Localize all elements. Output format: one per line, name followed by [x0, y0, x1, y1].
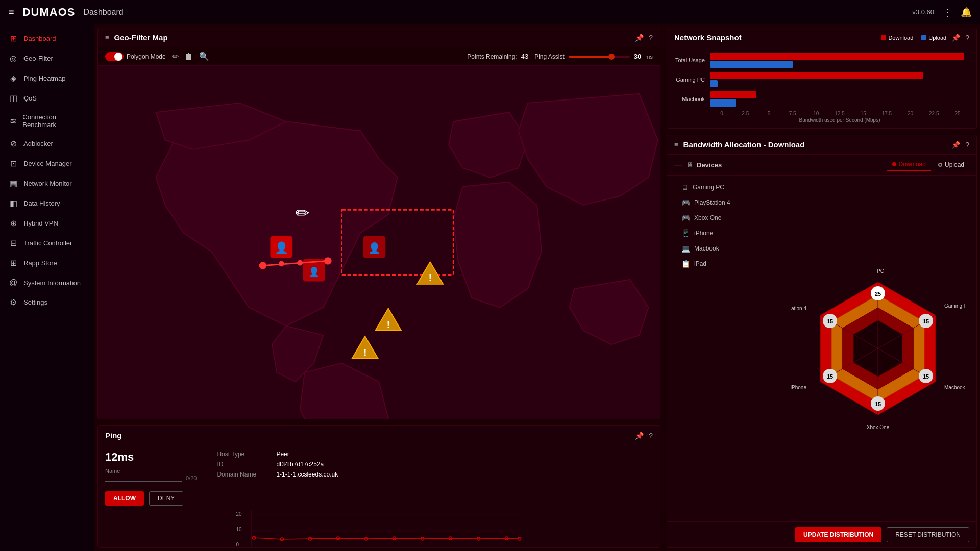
delete-icon[interactable]: 🗑 [185, 52, 193, 61]
sidebar-item-label: Traffic Controller [23, 239, 72, 247]
gaming-pc-device-label: Gaming PC [693, 184, 724, 191]
ping-unit: ms [645, 54, 653, 60]
edit-icon[interactable]: ✏ [172, 52, 179, 61]
snapshot-help-icon[interactable]: ? [965, 34, 969, 42]
ping-assist-area: Ping Assist 30 ms [534, 53, 653, 60]
sidebar-item-network-monitor[interactable]: ▦ Network Monitor [0, 173, 94, 193]
device-item-playstation4[interactable]: 🎮 PlayStation 4 [667, 195, 779, 210]
playstation4-device-icon: 🎮 [681, 198, 690, 207]
device-item-ipad[interactable]: 📋 iPad [667, 256, 779, 271]
page-title: Dashboard [83, 8, 123, 17]
main-layout: ⊞ Dashboard ◎ Geo-Filter ◈ Ping Heatmap … [0, 24, 980, 551]
sidebar-item-data-history[interactable]: ◧ Data History [0, 193, 94, 213]
device-list: 🖥 Gaming PC 🎮 PlayStation 4 🎮 Xbox One [667, 176, 779, 521]
svg-point-19 [324, 257, 332, 265]
device-item-macbook[interactable]: 💻 Macbook [667, 241, 779, 256]
sidebar-item-label: Dashboard [23, 35, 56, 42]
total-bars [710, 53, 969, 68]
sidebar-item-device-manager[interactable]: ⊡ Device Manager [0, 154, 94, 173]
device-item-iphone[interactable]: 📱 iPhone [667, 226, 779, 241]
gaming-pc-label: Gaming PC [674, 77, 710, 83]
sidebar-item-system-information[interactable]: @ System Information [0, 273, 94, 292]
polygon-mode-label: Polygon Mode [127, 53, 166, 60]
svg-text:15: 15 [827, 318, 833, 324]
ipad-device-icon: 📋 [681, 260, 690, 268]
id-val: df34fb7d17c252a [276, 461, 324, 468]
sidebar-item-geofilter[interactable]: ◎ Geo-Filter [0, 48, 94, 68]
search-icon[interactable]: 🔍 [199, 52, 209, 61]
help-icon[interactable]: ? [649, 34, 653, 42]
sidebar-item-hybrid-vpn[interactable]: ⊕ Hybrid VPN [0, 213, 94, 233]
bar-row-macbook: Macbook [674, 91, 969, 107]
ping-name-input[interactable] [105, 474, 182, 482]
snapshot-pin-icon[interactable]: 📌 [951, 34, 960, 42]
monitor-icon: 🖥 [687, 161, 694, 169]
sidebar-item-adblocker[interactable]: ⊘ Adblocker [0, 134, 94, 154]
topnav-right: v3.0.60 ⋮ 🔔 [912, 6, 972, 18]
sidebar-item-rapp-store[interactable]: ⊞ Rapp Store [0, 253, 94, 273]
gaming-pc-bars [710, 72, 969, 87]
svg-text:10: 10 [236, 527, 242, 532]
svg-text:👤: 👤 [275, 241, 289, 255]
version-label: v3.0.60 [912, 8, 934, 16]
svg-text:👤: 👤 [308, 266, 320, 278]
allow-button[interactable]: ALLOW [105, 491, 144, 506]
hex-chart-svg: 25 15 15 15 15 [791, 262, 965, 435]
ping-assist-label: Ping Assist [534, 53, 565, 60]
total-label: Total Usage [674, 57, 710, 63]
sidebar-item-label: Settings [23, 298, 47, 306]
sidebar-item-label: Connection Benchmark [22, 113, 86, 129]
sidebar-item-ping-heatmap[interactable]: ◈ Ping Heatmap [0, 68, 94, 88]
ping-slider[interactable] [569, 56, 630, 58]
ul-legend-label: Upload [928, 35, 946, 41]
total-ul-bar [710, 61, 793, 68]
gaming-pc-device-icon: 🖥 [681, 183, 689, 191]
notification-bell-icon[interactable]: 🔔 [961, 7, 972, 18]
device-item-xbox-one[interactable]: 🎮 Xbox One [667, 210, 779, 226]
macbook-ul-bar [710, 99, 736, 107]
more-options-icon[interactable]: ⋮ [942, 6, 952, 18]
pin-icon[interactable]: 📌 [635, 34, 644, 42]
sidebar-item-traffic-controller[interactable]: ⊟ Traffic Controller [0, 233, 94, 253]
sidebar-item-settings[interactable]: ⚙ Settings [0, 292, 94, 312]
ping-name-row: 0/20 [105, 474, 197, 482]
points-value: 43 [521, 53, 528, 60]
playstation4-device-label: PlayStation 4 [694, 199, 730, 206]
hybrid-vpn-icon: ⊕ [8, 218, 18, 228]
svg-point-17 [279, 261, 284, 266]
download-tab[interactable]: Download [887, 159, 931, 171]
snapshot-title: Network Snapshot [674, 33, 876, 42]
bandwidth-tab-row: — 🖥 Devices Download Upload [667, 155, 976, 176]
device-item-gaming-pc[interactable]: 🖥 Gaming PC [667, 180, 779, 195]
bandwidth-collapse-icon[interactable]: — [674, 160, 682, 169]
reset-distribution-button[interactable]: RESET DISTRIBUTION [887, 527, 969, 542]
bandwidth-help-icon[interactable]: ? [965, 141, 969, 149]
toggle-track[interactable] [105, 52, 124, 61]
sidebar-item-connection-benchmark[interactable]: ≋ Connection Benchmark [0, 108, 94, 134]
menu-icon[interactable]: ≡ [8, 6, 14, 18]
svg-text:!: ! [387, 320, 390, 330]
hexmap-area: 25 15 15 15 15 [779, 176, 976, 521]
axis-unit-label: Bandwidth used per Second (Mbps) [674, 117, 969, 123]
ipad-device-label: iPad [694, 260, 706, 267]
sidebar-item-qos[interactable]: ◫ QoS [0, 88, 94, 108]
app-logo: DUMAOS [22, 6, 76, 19]
ping-pin-icon[interactable]: 📌 [635, 432, 644, 440]
deny-button[interactable]: DENY [149, 491, 183, 506]
iphone-device-icon: 📱 [681, 229, 690, 237]
geofilter-map-panel: ≡ Geo-Filter Map 📌 ? Polygon Mode ✏ 🗑 🔍 … [97, 28, 660, 419]
ping-help-icon[interactable]: ? [649, 432, 653, 440]
upload-tab[interactable]: Upload [933, 159, 969, 171]
gaming-pc-dl-bar [710, 72, 923, 79]
svg-text:Macbook: Macbook [944, 385, 965, 390]
polygon-mode-toggle[interactable]: Polygon Mode [105, 52, 166, 61]
svg-text:Gaming PC: Gaming PC [944, 303, 965, 309]
dl-tab-dot [892, 162, 896, 166]
bandwidth-pin-icon[interactable]: 📌 [951, 141, 960, 149]
gaming-pc-ul-bar [710, 80, 718, 87]
update-distribution-button[interactable]: UPDATE DISTRIBUTION [795, 527, 881, 542]
world-map[interactable]: 👤 👤 👤 ✏ [98, 66, 660, 419]
sidebar-item-dashboard[interactable]: ⊞ Dashboard [0, 29, 94, 48]
points-area: Points Remaining: 43 [467, 53, 528, 60]
id-key: ID [217, 461, 268, 468]
